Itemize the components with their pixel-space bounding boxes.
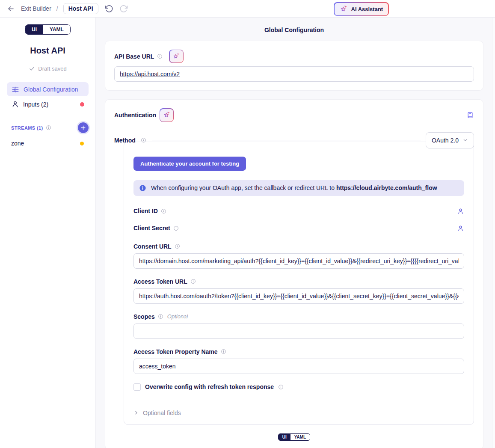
client-id-row: Client ID	[133, 207, 464, 216]
authentication-card: Authentication Method	[105, 99, 483, 448]
overwrite-config-label: Overwrite config with refresh token resp…	[145, 383, 274, 390]
access-token-url-field: Access Token URL	[133, 278, 464, 304]
info-icon[interactable]	[190, 279, 196, 284]
authentication-label: Authentication	[114, 112, 156, 119]
info-icon[interactable]	[157, 53, 163, 59]
ui-yaml-toggle[interactable]: UI YAML	[25, 24, 71, 35]
ai-assistant-button[interactable]: AI Assistant	[334, 2, 389, 16]
page-title: Global Configuration	[105, 27, 483, 33]
top-bar: Exit Builder / Host API AI Assistant	[0, 0, 495, 18]
inputs-status-badge	[80, 102, 84, 107]
toggle-ui[interactable]: UI	[25, 25, 43, 34]
streams-header-label: STREAMS (1)	[11, 125, 43, 131]
toggle-ui[interactable]: UI	[279, 434, 290, 440]
access-token-property-field: Access Token Property Name	[133, 348, 464, 374]
client-secret-row: Client Secret	[133, 224, 464, 233]
save-status-label: Draft saved	[38, 65, 66, 72]
ai-sparkle-star-icon	[340, 5, 348, 13]
scopes-field: Scopes Optional	[133, 313, 464, 339]
client-id-label: Client ID	[133, 208, 158, 214]
undo-icon[interactable]	[104, 3, 114, 14]
info-icon[interactable]	[221, 349, 226, 354]
info-icon[interactable]	[278, 384, 284, 390]
method-select[interactable]: OAuth 2.0	[426, 132, 474, 148]
oauth-settings-group: Authenticate your account for testing Wh…	[124, 142, 474, 425]
banner-text: When configuring your OAuth app, set the…	[151, 184, 437, 191]
scopes-label: Scopes	[133, 313, 155, 320]
scopes-input[interactable]	[133, 323, 464, 339]
access-token-url-label: Access Token URL	[133, 278, 187, 285]
sidebar-item-inputs[interactable]: Inputs (2)	[7, 97, 89, 111]
redo-icon[interactable]	[119, 3, 129, 14]
optional-fields-label: Optional fields	[143, 409, 181, 416]
method-label: Method	[114, 137, 136, 144]
sidebar: UI YAML Host API Draft saved Global Conf…	[0, 18, 96, 448]
sidebar-item-stream-zone[interactable]: zone	[7, 140, 89, 147]
info-icon[interactable]	[173, 225, 179, 231]
info-icon[interactable]	[158, 314, 163, 319]
sidebar-item-label: Inputs (2)	[23, 101, 48, 108]
callback-url: https://cloud.airbyte.com/auth_flow	[336, 184, 437, 191]
add-stream-button[interactable]	[78, 122, 89, 133]
sidebar-nav: Global Configuration Inputs (2)	[0, 82, 95, 111]
check-icon	[29, 65, 35, 72]
client-secret-label: Client Secret	[133, 225, 170, 231]
optional-fields-expander[interactable]: Optional fields	[133, 402, 464, 424]
ai-assist-authentication-button[interactable]	[160, 108, 174, 122]
overwrite-config-row: Overwrite config with refresh token resp…	[133, 383, 464, 391]
connector-name-input[interactable]: Host API	[63, 3, 98, 14]
consent-url-label: Consent URL	[133, 243, 172, 250]
overwrite-config-checkbox[interactable]	[133, 383, 141, 391]
info-icon[interactable]	[46, 125, 51, 131]
toggle-yaml[interactable]: YAML	[43, 25, 70, 34]
user-input-icon[interactable]	[457, 208, 464, 215]
sidebar-item-label: Global Configuration	[24, 86, 78, 93]
consent-url-field: Consent URL	[133, 243, 464, 269]
card-ui-yaml-toggle[interactable]: UI YAML	[278, 433, 310, 441]
stream-name: zone	[11, 140, 24, 147]
authenticate-testing-button[interactable]: Authenticate your account for testing	[133, 157, 246, 171]
user-icon	[11, 100, 19, 108]
docs-book-icon[interactable]	[466, 111, 474, 119]
info-icon[interactable]	[141, 137, 146, 143]
api-base-url-input[interactable]	[114, 66, 474, 82]
stream-status-badge	[80, 142, 84, 145]
oauth-callback-banner: When configuring your OAuth app, set the…	[133, 180, 464, 196]
main-content: Global Configuration API Base URL	[96, 18, 492, 448]
user-input-icon[interactable]	[457, 225, 464, 232]
scrollbar-gutter[interactable]	[492, 18, 495, 448]
divider	[152, 140, 421, 140]
streams-header: STREAMS (1)	[7, 122, 89, 133]
consent-url-input[interactable]	[133, 253, 464, 269]
access-token-property-label: Access Token Property Name	[133, 348, 218, 355]
info-filled-icon	[139, 184, 146, 192]
ai-sparkle-star-icon	[170, 50, 183, 62]
breadcrumb-exit-builder[interactable]: Exit Builder	[21, 5, 51, 12]
sliders-icon	[11, 85, 20, 94]
save-status: Draft saved	[0, 65, 95, 72]
info-icon[interactable]	[175, 243, 180, 249]
ai-assistant-label: AI Assistant	[351, 6, 383, 12]
toggle-yaml[interactable]: YAML	[290, 434, 310, 440]
method-selected-value: OAuth 2.0	[432, 137, 459, 144]
api-base-url-label: API Base URL	[114, 53, 154, 60]
info-icon[interactable]	[161, 208, 166, 214]
ai-assist-api-url-button[interactable]	[169, 50, 183, 63]
ai-sparkle-star-icon	[160, 109, 173, 122]
chevron-down-icon	[462, 137, 468, 143]
access-token-property-input[interactable]	[133, 359, 464, 374]
optional-tag: Optional	[167, 313, 188, 320]
chevron-right-icon	[133, 410, 139, 415]
breadcrumb-separator: /	[56, 5, 58, 12]
back-arrow-icon[interactable]	[6, 4, 16, 14]
sidebar-item-global-configuration[interactable]: Global Configuration	[7, 82, 89, 96]
connector-title: Host API	[0, 46, 95, 56]
api-base-url-card: API Base URL	[105, 41, 483, 91]
access-token-url-input[interactable]	[133, 288, 464, 304]
